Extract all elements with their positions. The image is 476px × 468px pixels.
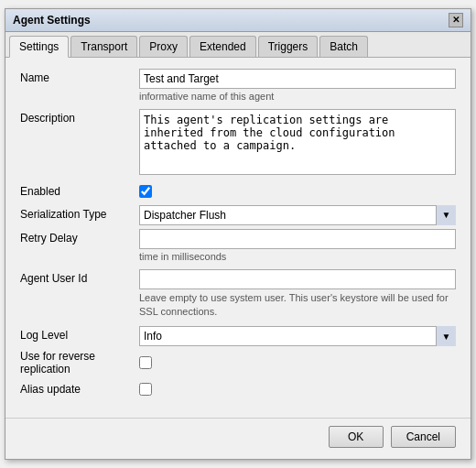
- enabled-label: Enabled: [20, 185, 139, 198]
- alias-update-row: Alias update: [20, 383, 456, 396]
- agent-settings-dialog: Agent Settings ✕ Settings Transport Prox…: [5, 8, 471, 461]
- description-row: Description This agent's replication set…: [20, 109, 456, 178]
- retry-hint: time in milliseconds: [139, 251, 456, 262]
- dialog-title: Agent Settings: [13, 14, 91, 27]
- name-input[interactable]: [139, 69, 456, 89]
- agent-user-hint: Leave empty to use system user. This use…: [139, 291, 456, 320]
- enabled-row: Enabled: [20, 185, 456, 198]
- log-level-select-wrapper: Info Debug Warning Error ▼: [139, 326, 456, 346]
- retry-label: Retry Delay: [20, 229, 139, 245]
- reverse-replication-checkbox[interactable]: [139, 356, 152, 369]
- agent-user-input[interactable]: [139, 269, 456, 289]
- alias-update-label: Alias update: [20, 383, 139, 396]
- tab-triggers[interactable]: Triggers: [258, 36, 319, 57]
- serialization-label: Serialization Type: [20, 205, 139, 221]
- log-level-row: Log Level Info Debug Warning Error ▼: [20, 326, 456, 346]
- agent-user-row: Agent User Id Leave empty to use system …: [20, 269, 456, 320]
- name-field-wrapper: informative name of this agent: [139, 69, 456, 102]
- agent-user-label: Agent User Id: [20, 269, 139, 285]
- log-level-label: Log Level: [20, 326, 139, 342]
- log-level-select[interactable]: Info Debug Warning Error: [139, 326, 456, 346]
- dialog-titlebar: Agent Settings ✕: [5, 9, 471, 32]
- agent-user-field-wrapper: Leave empty to use system user. This use…: [139, 269, 456, 320]
- description-label: Description: [20, 109, 139, 125]
- dialog-footer: OK Cancel: [5, 418, 471, 459]
- cancel-button[interactable]: Cancel: [391, 426, 456, 448]
- tab-extended[interactable]: Extended: [189, 36, 256, 57]
- serialization-row: Serialization Type Dispatcher Flush Defa…: [20, 205, 456, 225]
- tab-proxy[interactable]: Proxy: [139, 36, 188, 57]
- alias-update-checkbox[interactable]: [139, 383, 152, 396]
- retry-row: Retry Delay time in milliseconds: [20, 229, 456, 262]
- serialization-select-wrapper: Dispatcher Flush Default XML ▼: [139, 205, 456, 225]
- tab-settings[interactable]: Settings: [9, 36, 69, 58]
- description-textarea[interactable]: This agent's replication settings are in…: [139, 109, 456, 175]
- description-field-wrapper: This agent's replication settings are in…: [139, 109, 456, 178]
- name-row: Name informative name of this agent: [20, 69, 456, 102]
- retry-input[interactable]: [139, 229, 456, 249]
- close-button[interactable]: ✕: [449, 13, 463, 27]
- name-hint: informative name of this agent: [139, 91, 456, 102]
- tab-batch[interactable]: Batch: [319, 36, 368, 57]
- name-label: Name: [20, 69, 139, 84]
- enabled-checkbox[interactable]: [139, 185, 152, 198]
- log-level-field-wrapper: Info Debug Warning Error ▼: [139, 326, 456, 346]
- retry-field-wrapper: time in milliseconds: [139, 229, 456, 262]
- settings-content: Name informative name of this agent Desc…: [5, 58, 471, 415]
- tab-bar: Settings Transport Proxy Extended Trigge…: [5, 32, 471, 58]
- ok-button[interactable]: OK: [329, 426, 384, 448]
- reverse-replication-row: Use for reverse replication: [20, 350, 456, 375]
- reverse-replication-label: Use for reverse replication: [20, 350, 139, 375]
- serialization-field-wrapper: Dispatcher Flush Default XML ▼: [139, 205, 456, 225]
- tab-transport[interactable]: Transport: [70, 36, 137, 57]
- serialization-select[interactable]: Dispatcher Flush Default XML: [139, 205, 456, 225]
